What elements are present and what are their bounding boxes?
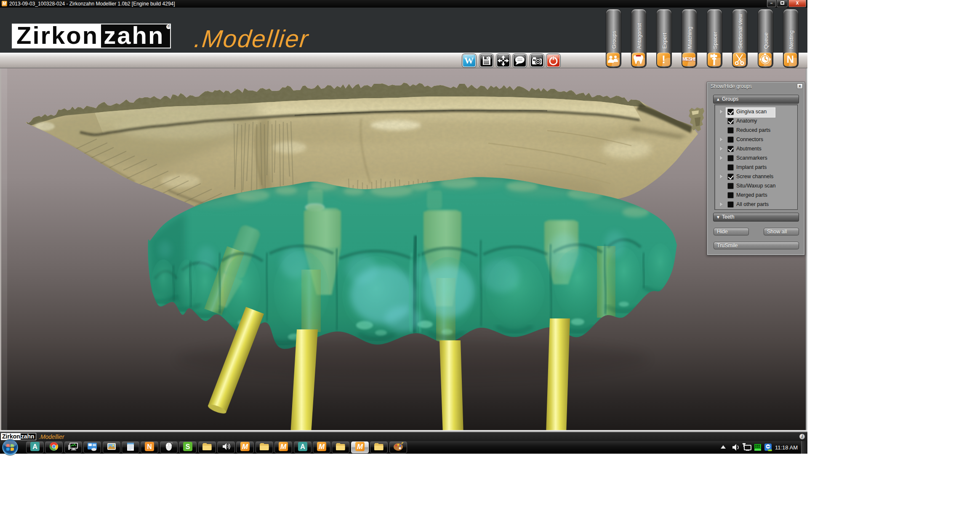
svg-text:S: S: [186, 443, 190, 450]
svg-text:M: M: [280, 443, 287, 451]
svg-text:A: A: [32, 443, 37, 450]
svg-text:M: M: [242, 443, 248, 451]
svg-text:M: M: [319, 443, 325, 451]
svg-text:M: M: [357, 443, 363, 451]
svg-text:A: A: [300, 443, 305, 450]
svg-text:N: N: [147, 443, 152, 450]
